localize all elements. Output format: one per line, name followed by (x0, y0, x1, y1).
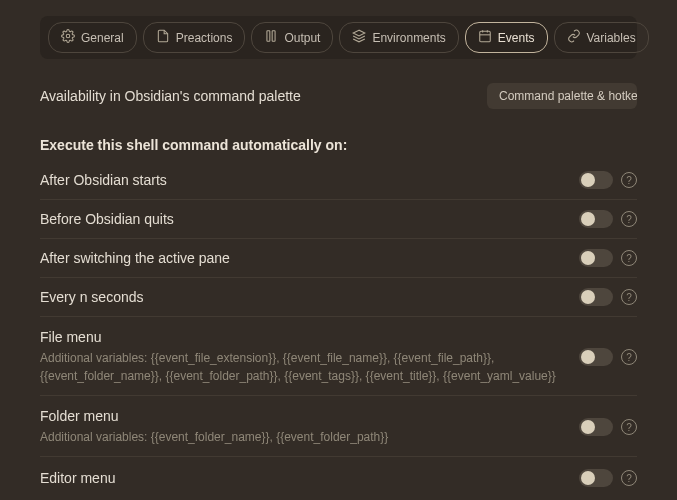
tab-label: Environments (372, 31, 445, 45)
event-editor-menu: Editor menu ? (40, 457, 637, 497)
help-icon[interactable]: ? (621, 470, 637, 486)
tab-preactions[interactable]: Preactions (143, 22, 246, 53)
svg-rect-1 (267, 31, 270, 42)
help-icon[interactable]: ? (621, 172, 637, 188)
availability-label: Availability in Obsidian's command palet… (40, 88, 301, 104)
toggle-editor-menu[interactable] (579, 469, 613, 487)
toggle-folder-menu[interactable] (579, 418, 613, 436)
toggle-file-menu[interactable] (579, 348, 613, 366)
tab-label: Events (498, 31, 535, 45)
help-icon[interactable]: ? (621, 349, 637, 365)
tab-label: Output (284, 31, 320, 45)
tab-events[interactable]: Events (465, 22, 548, 53)
settings-content: Availability in Obsidian's command palet… (0, 59, 677, 497)
tab-label: General (81, 31, 124, 45)
svg-rect-4 (480, 31, 491, 41)
layers-icon (352, 29, 366, 46)
tab-output[interactable]: Output (251, 22, 333, 53)
tabs-bar: General Preactions Output Environments E… (40, 16, 637, 59)
gear-icon (61, 29, 75, 46)
section-header: Execute this shell command automatically… (40, 119, 637, 161)
file-icon (156, 29, 170, 46)
event-before-quits: Before Obsidian quits ? (40, 200, 637, 239)
availability-dropdown[interactable]: Command palette & hotkeys (487, 83, 637, 109)
event-title: Every n seconds (40, 289, 563, 305)
event-title: Editor menu (40, 470, 563, 486)
tab-environments[interactable]: Environments (339, 22, 458, 53)
event-file-menu: File menu Additional variables: {{event_… (40, 317, 637, 396)
tab-general[interactable]: General (48, 22, 137, 53)
toggle-after-switch-pane[interactable] (579, 249, 613, 267)
event-title: After switching the active pane (40, 250, 563, 266)
tab-label: Variables (587, 31, 636, 45)
availability-row: Availability in Obsidian's command palet… (40, 73, 637, 119)
output-icon (264, 29, 278, 46)
toggle-every-n-seconds[interactable] (579, 288, 613, 306)
event-title: File menu (40, 329, 563, 345)
help-icon[interactable]: ? (621, 250, 637, 266)
event-subtitle: Additional variables: {{event_file_exten… (40, 349, 563, 385)
help-icon[interactable]: ? (621, 289, 637, 305)
toggle-before-quits[interactable] (579, 210, 613, 228)
svg-point-0 (66, 34, 70, 38)
event-folder-menu: Folder menu Additional variables: {{even… (40, 396, 637, 457)
event-every-n-seconds: Every n seconds ? (40, 278, 637, 317)
toggle-after-starts[interactable] (579, 171, 613, 189)
svg-rect-2 (273, 31, 276, 42)
tab-variables[interactable]: Variables (554, 22, 649, 53)
help-icon[interactable]: ? (621, 211, 637, 227)
event-title: Before Obsidian quits (40, 211, 563, 227)
svg-marker-3 (354, 30, 366, 36)
event-title: Folder menu (40, 408, 563, 424)
link-icon (567, 29, 581, 46)
event-title: After Obsidian starts (40, 172, 563, 188)
tab-label: Preactions (176, 31, 233, 45)
calendar-icon (478, 29, 492, 46)
help-icon[interactable]: ? (621, 419, 637, 435)
event-after-starts: After Obsidian starts ? (40, 161, 637, 200)
event-subtitle: Additional variables: {{event_folder_nam… (40, 428, 563, 446)
event-after-switch-pane: After switching the active pane ? (40, 239, 637, 278)
